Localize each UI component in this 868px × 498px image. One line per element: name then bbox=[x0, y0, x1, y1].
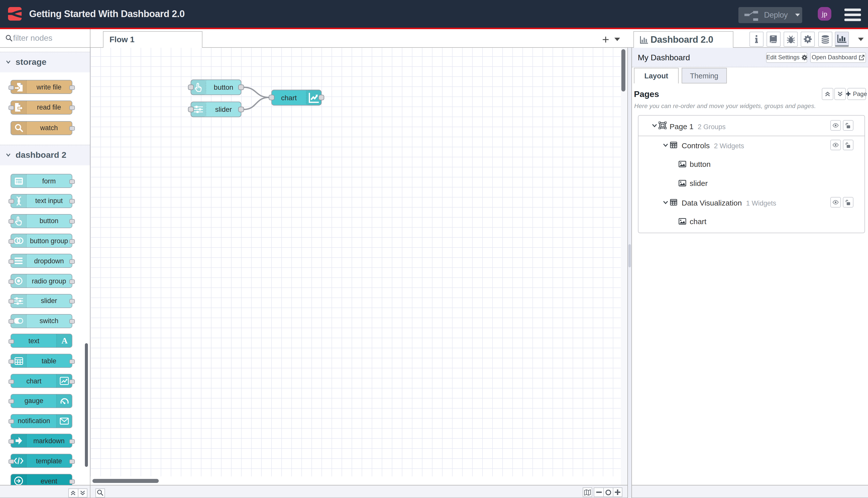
svg-text:slider: slider bbox=[215, 106, 232, 113]
svg-text:A: A bbox=[61, 337, 68, 345]
svg-text:button: button bbox=[214, 83, 233, 91]
svg-text:chart: chart bbox=[281, 94, 297, 102]
